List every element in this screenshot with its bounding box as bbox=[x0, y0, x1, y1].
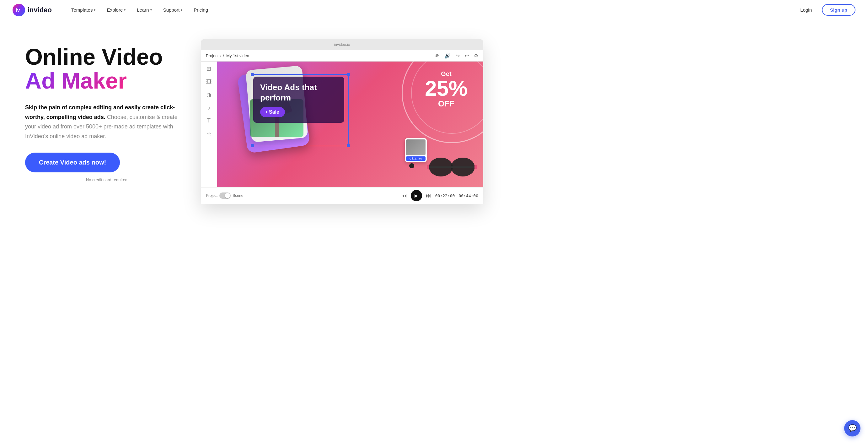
chat-bubble[interactable]: 💬 bbox=[844, 420, 861, 437]
breadcrumb-current[interactable]: My 1st video bbox=[226, 53, 249, 58]
editor-toolbar: Projects / My 1st video ⚟ 🔊 ↪ ↩ ⚙ bbox=[201, 50, 483, 62]
nav-label-explore: Explore bbox=[107, 7, 123, 12]
editor-sidebar: ⊞ 🖼 ◑ ♪ T ☆ bbox=[201, 62, 217, 187]
hero-title-part2: Ad Maker bbox=[25, 68, 127, 93]
svg-rect-7 bbox=[474, 165, 477, 169]
sunglasses-icon bbox=[427, 151, 477, 180]
clip-thumbnail[interactable]: Clip2.mov bbox=[405, 138, 427, 162]
brand-name: invideo bbox=[28, 6, 52, 14]
clip-label: Clip2.mov bbox=[406, 156, 426, 161]
nav-item-support[interactable]: Support ▾ bbox=[159, 5, 187, 15]
svg-text:iv: iv bbox=[16, 7, 20, 13]
project-label: Project bbox=[206, 194, 217, 198]
editor-titlebar: invideo.io bbox=[201, 39, 483, 50]
editor-preview: invideo.io Projects / My 1st video ⚟ 🔊 ↪… bbox=[201, 39, 849, 204]
undo-icon[interactable]: ↩ bbox=[465, 53, 469, 59]
nav-item-templates[interactable]: Templates ▾ bbox=[67, 5, 100, 15]
svg-rect-6 bbox=[427, 165, 429, 169]
navbar: iv invideo Templates ▾ Explore ▾ Learn ▾… bbox=[0, 0, 868, 20]
login-button[interactable]: Login bbox=[795, 5, 817, 15]
editor-window: invideo.io Projects / My 1st video ⚟ 🔊 ↪… bbox=[201, 39, 483, 204]
chevron-down-icon: ▾ bbox=[124, 8, 126, 11]
nav-label-pricing: Pricing bbox=[194, 7, 208, 12]
ad-off-text: OFF bbox=[425, 99, 468, 109]
hero-title-part1: Online Video bbox=[25, 44, 163, 69]
skip-forward-icon[interactable]: ⏭ bbox=[426, 193, 432, 199]
clip-thumb-drag-dot[interactable] bbox=[409, 163, 414, 168]
music-icon[interactable]: ♪ bbox=[208, 105, 210, 111]
nav-label-templates: Templates bbox=[71, 7, 93, 12]
star-icon[interactable]: ☆ bbox=[207, 130, 212, 137]
total-time: 00:44:00 bbox=[459, 194, 478, 198]
toggle-switch[interactable] bbox=[219, 193, 231, 199]
brand-logo[interactable]: iv invideo bbox=[12, 4, 52, 16]
scene-label: Scene bbox=[232, 194, 243, 198]
breadcrumb-separator: / bbox=[223, 53, 224, 58]
playback-controls: ⏮ ▶ ⏭ 00:22:00 00:44:00 bbox=[401, 190, 478, 201]
chevron-down-icon: ▾ bbox=[94, 8, 95, 11]
circle-icon[interactable]: ◑ bbox=[207, 91, 212, 98]
hero-content: Online Video Ad Maker Skip the pain of c… bbox=[25, 39, 188, 182]
nav-item-learn[interactable]: Learn ▾ bbox=[132, 5, 156, 15]
scene-toggle: Project Scene bbox=[206, 193, 243, 199]
editor-bottombar: Project Scene ⏮ ▶ ⏭ 00:22:00 00:44:00 bbox=[201, 187, 483, 204]
nav-links: Templates ▾ Explore ▾ Learn ▾ Support ▾ … bbox=[67, 5, 795, 15]
volume-icon[interactable]: 🔊 bbox=[444, 53, 451, 59]
editor-tools: ⚟ 🔊 ↪ ↩ ⚙ bbox=[435, 53, 478, 59]
nav-item-pricing[interactable]: Pricing bbox=[189, 5, 212, 15]
nav-label-learn: Learn bbox=[137, 7, 149, 12]
no-credit-card-label: No credit card required bbox=[25, 177, 188, 182]
editor-url: invideo.io bbox=[334, 42, 350, 47]
redo-icon[interactable]: ↪ bbox=[456, 53, 460, 59]
settings-icon[interactable]: ⚙ bbox=[474, 53, 478, 59]
clip-image bbox=[406, 140, 426, 155]
editor-body: ⊞ 🖼 ◑ ♪ T ☆ bbox=[201, 62, 483, 187]
chevron-down-icon: ▾ bbox=[150, 8, 152, 11]
chat-icon: 💬 bbox=[848, 424, 857, 433]
image-icon[interactable]: 🖼 bbox=[206, 79, 212, 85]
ad-sale-badge: • Sale bbox=[260, 107, 285, 117]
hero-cta-button[interactable]: Create Video ads now! bbox=[25, 153, 120, 172]
signup-button[interactable]: Sign up bbox=[822, 4, 856, 16]
ad-percent-text: 25% bbox=[425, 78, 468, 99]
nav-item-explore[interactable]: Explore ▾ bbox=[102, 5, 130, 15]
skip-back-icon[interactable]: ⏮ bbox=[401, 193, 407, 199]
editor-breadcrumb: Projects / My 1st video bbox=[206, 53, 249, 58]
hero-section: Online Video Ad Maker Skip the pain of c… bbox=[0, 20, 868, 444]
current-time: 00:22:00 bbox=[435, 194, 455, 198]
chevron-down-icon: ▾ bbox=[181, 8, 182, 11]
hero-description: Skip the pain of complex editing and eas… bbox=[25, 103, 188, 141]
nav-label-support: Support bbox=[163, 7, 180, 12]
hero-title: Online Video Ad Maker bbox=[25, 45, 188, 93]
play-button[interactable]: ▶ bbox=[411, 190, 422, 201]
nav-right: Login Sign up bbox=[795, 4, 856, 16]
grid-icon[interactable]: ⊞ bbox=[207, 65, 211, 72]
split-tool-icon[interactable]: ⚟ bbox=[435, 53, 439, 59]
ad-main-text: Video Ads that perform bbox=[260, 82, 337, 103]
breadcrumb-projects[interactable]: Projects bbox=[206, 53, 221, 58]
text-icon[interactable]: T bbox=[207, 117, 211, 124]
editor-canvas[interactable]: Video Ads that perform • Sale Get 25% OF… bbox=[217, 62, 483, 187]
